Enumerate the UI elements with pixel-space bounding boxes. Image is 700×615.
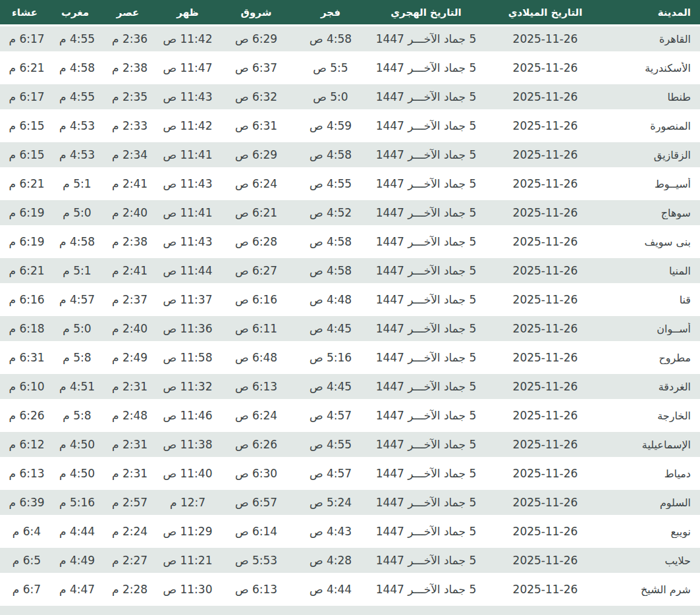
- cell-asr: 2:27 م: [101, 554, 155, 567]
- cell-fajr: 4:45 ص: [292, 322, 369, 335]
- cell-city: نويبع: [608, 525, 700, 538]
- cell-date_hijri: 5 جماد الآخـــر 1447: [369, 554, 483, 567]
- cell-isha: 6:19 م: [0, 235, 49, 248]
- cell-asr: 2:33 م: [101, 119, 155, 132]
- cell-date_gregorian: 2025-11-26: [483, 61, 608, 74]
- cell-date_hijri: 5 جماد الآخـــر 1447: [369, 264, 483, 277]
- table-row: قنا2025-11-265 جماد الآخـــر 14474:48 ص6…: [0, 287, 700, 312]
- cell-isha: 6:10 م: [0, 380, 49, 393]
- cell-date_hijri: 5 جماد الآخـــر 1447: [369, 148, 483, 161]
- cell-fajr: 4:57 ص: [292, 467, 369, 480]
- cell-maghrib: 4:53 م: [49, 148, 101, 161]
- cell-asr: 2:49 م: [101, 351, 155, 364]
- cell-fajr: 4:59 ص: [292, 119, 369, 132]
- cell-maghrib: 4:47 م: [49, 583, 101, 596]
- cell-maghrib: 4:51 م: [49, 380, 101, 393]
- cell-city: الأسكندرية: [608, 62, 700, 74]
- cell-date_gregorian: 2025-11-26: [483, 583, 608, 596]
- cell-dhuhr: 11:37 ص: [155, 293, 221, 306]
- cell-fajr: 4:45 ص: [292, 380, 369, 393]
- cell-shorouq: 6:24 ص: [221, 409, 292, 422]
- cell-dhuhr: 11:32 ص: [155, 380, 221, 393]
- table-row: الغردقة2025-11-265 جماد الآخـــر 14474:4…: [0, 374, 700, 399]
- cell-asr: 2:35 م: [101, 90, 155, 103]
- cell-isha: 6:12 م: [0, 438, 49, 451]
- cell-date_gregorian: 2025-11-26: [483, 90, 608, 103]
- cell-city: قنا: [608, 294, 700, 306]
- cell-isha: 6:15 م: [0, 119, 49, 132]
- cell-city: طنطا: [608, 91, 700, 103]
- cell-shorouq: 6:26 ص: [221, 438, 292, 451]
- cell-asr: 2:37 م: [101, 293, 155, 306]
- cell-maghrib: 5:8 م: [49, 409, 101, 422]
- cell-date_hijri: 5 جماد الآخـــر 1447: [369, 90, 483, 103]
- cell-date_gregorian: 2025-11-26: [483, 206, 608, 219]
- cell-asr: 2:40 م: [101, 206, 155, 219]
- cell-shorouq: 6:37 ص: [221, 61, 292, 74]
- cell-dhuhr: 11:36 ص: [155, 322, 221, 335]
- cell-fajr: 4:28 ص: [292, 554, 369, 567]
- cell-date_gregorian: 2025-11-26: [483, 264, 608, 277]
- cell-shorouq: 6:11 ص: [221, 322, 292, 335]
- cell-shorouq: 6:30 ص: [221, 467, 292, 480]
- table-row: دمياط2025-11-265 جماد الآخـــر 14474:57 …: [0, 461, 700, 486]
- table-row: طنطا2025-11-265 جماد الآخـــر 14475:0 ص6…: [0, 84, 700, 109]
- cell-fajr: 4:44 ص: [292, 583, 369, 596]
- cell-city: السلوم: [608, 496, 700, 509]
- cell-isha: 6:17 م: [0, 32, 49, 45]
- cell-city: دمياط: [608, 468, 700, 480]
- cell-fajr: 4:58 ص: [292, 32, 369, 45]
- cell-date_gregorian: 2025-11-26: [483, 148, 608, 161]
- cell-shorouq: 6:28 ص: [221, 235, 292, 248]
- cell-date_hijri: 5 جماد الآخـــر 1447: [369, 351, 483, 364]
- cell-date_gregorian: 2025-11-26: [483, 293, 608, 306]
- cell-city: مطروح: [608, 352, 700, 364]
- table-row: الأسكندرية2025-11-265 جماد الآخـــر 1447…: [0, 55, 700, 80]
- prayer-times-table: المدينةالتاريخ الميلاديالتاريخ الهجريفجر…: [0, 0, 700, 615]
- cell-date_gregorian: 2025-11-26: [483, 119, 608, 132]
- cell-shorouq: 6:57 ص: [221, 496, 292, 509]
- cell-asr: 2:41 م: [101, 264, 155, 277]
- table-row: الخارجة2025-11-265 جماد الآخـــر 14474:5…: [0, 403, 700, 428]
- cell-date_hijri: 5 جماد الآخـــر 1447: [369, 525, 483, 538]
- cell-date_gregorian: 2025-11-26: [483, 235, 608, 248]
- cell-city: المنصورة: [608, 120, 700, 132]
- table-row: شرم الشيخ2025-11-265 جماد الآخـــر 14474…: [0, 577, 700, 602]
- cell-date_hijri: 5 جماد الآخـــر 1447: [369, 409, 483, 422]
- cell-dhuhr: 12:7 م: [155, 496, 221, 509]
- cell-date_hijri: 5 جماد الآخـــر 1447: [369, 380, 483, 393]
- cell-dhuhr: 11:43 ص: [155, 235, 221, 248]
- cell-asr: 2:40 م: [101, 322, 155, 335]
- cell-date_hijri: 5 جماد الآخـــر 1447: [369, 583, 483, 596]
- cell-asr: 2:57 م: [101, 496, 155, 509]
- column-header-city: المدينة: [608, 7, 700, 18]
- cell-fajr: 4:58 ص: [292, 264, 369, 277]
- cell-fajr: 4:43 ص: [292, 525, 369, 538]
- table-body: القاهرة2025-11-265 جماد الآخـــر 14474:5…: [0, 26, 700, 602]
- table-row: الإسماعيلية2025-11-265 جماد الآخـــر 144…: [0, 432, 700, 457]
- cell-date_hijri: 5 جماد الآخـــر 1447: [369, 235, 483, 248]
- cell-maghrib: 4:58 م: [49, 235, 101, 248]
- cell-date_hijri: 5 جماد الآخـــر 1447: [369, 32, 483, 45]
- cell-fajr: 4:55 ص: [292, 438, 369, 451]
- cell-dhuhr: 11:46 ص: [155, 409, 221, 422]
- cell-fajr: 4:57 ص: [292, 409, 369, 422]
- cell-date_gregorian: 2025-11-26: [483, 409, 608, 422]
- cell-dhuhr: 11:40 ص: [155, 467, 221, 480]
- cell-maghrib: 4:55 م: [49, 32, 101, 45]
- column-header-fajr: فجر: [292, 7, 369, 18]
- table-row: حلايب2025-11-265 جماد الآخـــر 14474:28 …: [0, 548, 700, 573]
- cell-fajr: 5:0 ص: [292, 90, 369, 103]
- table-row: مطروح2025-11-265 جماد الآخـــر 14475:16 …: [0, 345, 700, 370]
- cell-maghrib: 5:16 م: [49, 496, 101, 509]
- column-header-asr: عصر: [101, 7, 155, 18]
- table-row: القاهرة2025-11-265 جماد الآخـــر 14474:5…: [0, 26, 700, 51]
- cell-date_gregorian: 2025-11-26: [483, 496, 608, 509]
- cell-asr: 2:34 م: [101, 148, 155, 161]
- cell-isha: 6:5 م: [0, 554, 49, 567]
- cell-asr: 2:31 م: [101, 467, 155, 480]
- cell-fajr: 4:58 ص: [292, 235, 369, 248]
- cell-maghrib: 4:50 م: [49, 438, 101, 451]
- column-header-dhuhr: ظهر: [155, 7, 221, 18]
- cell-shorouq: 6:16 ص: [221, 293, 292, 306]
